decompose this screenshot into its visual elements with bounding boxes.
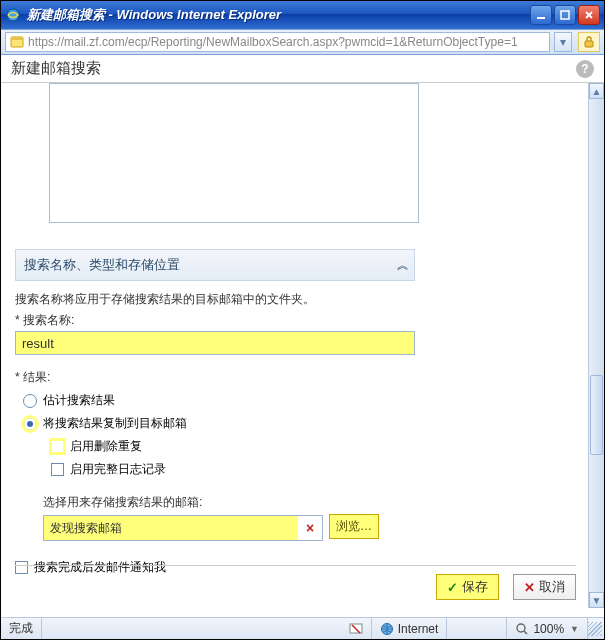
globe-icon	[380, 622, 394, 636]
zoom-icon	[515, 622, 529, 636]
save-button[interactable]: ✓ 保存	[436, 574, 499, 600]
site-favicon	[10, 35, 24, 49]
target-mailbox-input[interactable]: 发现搜索邮箱 ×	[43, 515, 323, 541]
collapse-icon: ︽	[397, 257, 406, 274]
check-icon: ✓	[447, 580, 458, 595]
target-mailbox-label: 选择用来存储搜索结果的邮箱:	[43, 494, 590, 511]
status-protected-mode	[447, 618, 507, 639]
help-icon[interactable]: ?	[576, 60, 594, 78]
scroll-down-button[interactable]: ▼	[589, 592, 604, 608]
page-title: 新建邮箱搜索	[11, 59, 101, 78]
svg-rect-2	[561, 11, 569, 19]
cross-icon: ✕	[524, 580, 535, 595]
ie-icon	[5, 7, 21, 23]
cancel-button-label: 取消	[539, 578, 565, 596]
maximize-button[interactable]	[554, 5, 576, 25]
svg-point-11	[517, 624, 525, 632]
cancel-button[interactable]: ✕ 取消	[513, 574, 576, 600]
status-zoom-value: 100%	[533, 622, 564, 636]
resize-grip[interactable]	[588, 622, 602, 636]
checkbox-dedup[interactable]	[51, 440, 64, 453]
vertical-scrollbar[interactable]: ▲ ▼	[588, 83, 604, 608]
result-label: * 结果:	[15, 369, 590, 386]
window-titlebar: 新建邮箱搜索 - Windows Internet Explorer	[1, 1, 604, 29]
target-mailbox-value: 发现搜索邮箱	[44, 520, 298, 537]
status-zone[interactable]: Internet	[372, 618, 448, 639]
preview-box	[49, 83, 419, 223]
save-button-label: 保存	[462, 578, 488, 596]
radio-copy[interactable]	[23, 417, 37, 431]
browse-button[interactable]: 浏览…	[329, 514, 379, 539]
close-button[interactable]	[578, 5, 600, 25]
minimize-button[interactable]	[530, 5, 552, 25]
search-name-value: result	[22, 336, 54, 351]
section-description: 搜索名称将应用于存储搜索结果的目标邮箱中的文件夹。	[15, 291, 590, 308]
page-header: 新建邮箱搜索 ?	[1, 55, 604, 83]
zoom-dropdown-icon[interactable]: ▼	[570, 624, 579, 634]
url-dropdown[interactable]: ▾	[554, 32, 572, 52]
status-done: 完成	[1, 618, 42, 639]
section-header-label: 搜索名称、类型和存储位置	[24, 256, 180, 274]
svg-rect-1	[537, 17, 545, 19]
svg-rect-7	[585, 41, 593, 47]
lock-icon[interactable]	[578, 32, 600, 52]
status-zone-label: Internet	[398, 622, 439, 636]
window-title: 新建邮箱搜索 - Windows Internet Explorer	[27, 6, 530, 24]
radio-estimate[interactable]	[23, 394, 37, 408]
radio-estimate-label: 估计搜索结果	[43, 392, 115, 409]
status-bar: 完成 Internet 100% ▼	[1, 617, 604, 639]
search-name-label: * 搜索名称:	[15, 312, 590, 329]
clear-target-button[interactable]: ×	[298, 516, 322, 540]
scroll-thumb[interactable]	[590, 375, 603, 455]
checkbox-fulllog[interactable]	[51, 463, 64, 476]
scroll-up-button[interactable]: ▲	[589, 83, 604, 99]
checkbox-fulllog-label: 启用完整日志记录	[70, 461, 166, 478]
section-header[interactable]: 搜索名称、类型和存储位置 ︽	[15, 249, 415, 281]
scroll-track[interactable]	[589, 99, 604, 592]
status-zoom[interactable]: 100% ▼	[507, 618, 588, 639]
url-text: https://mail.zf.com/ecp/Reporting/NewMai…	[28, 35, 518, 49]
dialog-footer: ✓ 保存 ✕ 取消	[15, 565, 576, 600]
address-bar: https://mail.zf.com/ecp/Reporting/NewMai…	[1, 29, 604, 55]
content-area: 搜索名称、类型和存储位置 ︽ 搜索名称将应用于存储搜索结果的目标邮箱中的文件夹。…	[1, 83, 604, 608]
search-name-input[interactable]: result	[15, 331, 415, 355]
svg-line-12	[524, 631, 527, 634]
status-popupblocker-icon[interactable]	[341, 618, 372, 639]
svg-rect-6	[11, 37, 23, 40]
checkbox-dedup-label: 启用删除重复	[70, 438, 142, 455]
url-input[interactable]: https://mail.zf.com/ecp/Reporting/NewMai…	[5, 32, 550, 52]
radio-copy-label: 将搜索结果复制到目标邮箱	[43, 415, 187, 432]
